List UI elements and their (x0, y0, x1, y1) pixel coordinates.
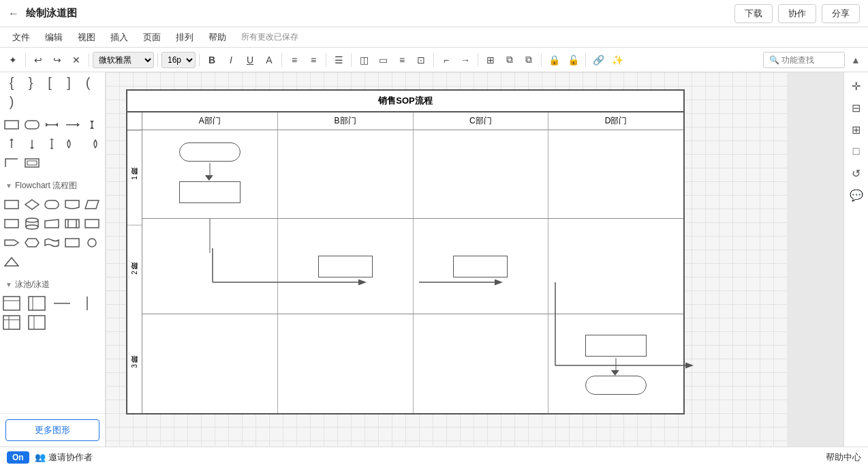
fc-arrow-shape[interactable] (3, 234, 20, 252)
swimlane-diagram[interactable]: 销售SOP流程 A部门 B部门 C部门 D部门 阶段1 阶段 (126, 89, 685, 415)
history-button[interactable]: ↺ (847, 164, 866, 183)
fc-rect4[interactable] (63, 234, 81, 252)
fc-circle[interactable] (83, 234, 101, 252)
align-right-button[interactable]: ≡ (305, 51, 322, 69)
undo-button[interactable]: ↩ (29, 51, 47, 69)
shape-arrow-down[interactable] (23, 135, 41, 153)
connector-button[interactable]: ⌐ (437, 51, 455, 69)
link-button[interactable]: 🔗 (589, 51, 607, 69)
bring-front-button[interactable]: ⧉ (501, 51, 518, 69)
help-center-button[interactable]: 帮助中心 (826, 451, 861, 464)
menu-page[interactable]: 页面 (136, 29, 168, 46)
shape-rect-outline[interactable] (23, 154, 41, 172)
on-badge[interactable]: On (7, 451, 29, 464)
cell-2b[interactable] (278, 219, 414, 314)
arrow-button[interactable]: → (456, 51, 474, 69)
shape-corner[interactable] (3, 154, 20, 172)
cell-1c[interactable] (414, 130, 549, 218)
fc-rect3[interactable] (83, 215, 101, 232)
menu-insert[interactable]: 插入 (104, 29, 135, 46)
fc-rect2[interactable] (3, 215, 20, 232)
font-size-select[interactable]: 16px 12px 14px 18px (161, 52, 196, 68)
chat-button[interactable]: 💬 (847, 185, 866, 205)
fc-triangle[interactable] (3, 253, 20, 271)
shape-arrow-up-down[interactable] (43, 135, 61, 153)
fill-color-button[interactable]: ◫ (355, 51, 373, 69)
layers-button[interactable]: ⊟ (847, 98, 866, 117)
sl-shape-grid[interactable] (3, 314, 20, 331)
cell-2a[interactable] (142, 219, 278, 314)
shape-rounded-rect[interactable] (23, 116, 41, 134)
menu-arrange[interactable]: 排列 (169, 29, 200, 46)
more-shapes-button[interactable]: 更多图形 (5, 419, 99, 441)
fc-hexagon[interactable] (23, 234, 41, 252)
shape-bracket-open[interactable]: [ (41, 74, 59, 91)
fc-decision[interactable] (23, 196, 41, 213)
swimlane-section-title[interactable]: ▼ 泳池/泳道 (0, 275, 105, 293)
sl-shape-line-h[interactable] (53, 295, 71, 312)
toolbar-collapse-button[interactable]: ▲ (848, 52, 864, 68)
canvas[interactable]: 销售SOP流程 A部门 B部门 C部门 D部门 阶段1 阶段 (106, 72, 787, 447)
cell-3d[interactable] (548, 314, 683, 413)
fc-parallelogram[interactable] (83, 196, 101, 213)
stroke-color-button[interactable]: ▭ (374, 51, 392, 69)
canvas-scroll[interactable]: 销售SOP流程 A部门 B部门 C部门 D部门 阶段1 阶段 (106, 72, 843, 447)
shape-paren-close[interactable]: ) (3, 93, 20, 110)
magic-button[interactable]: ✨ (608, 51, 626, 69)
flowchart-section-title[interactable]: ▼ Flowchart 流程图 (0, 176, 105, 194)
align-left-button[interactable]: ≡ (285, 51, 303, 69)
font-color-button[interactable]: A (260, 51, 278, 69)
sl-shape-col[interactable] (28, 314, 46, 331)
bold-button[interactable]: B (203, 51, 221, 69)
sl-shape-v[interactable] (28, 295, 46, 312)
cell-2c[interactable] (414, 219, 549, 314)
cell-1b[interactable] (278, 130, 414, 218)
style-copy-button[interactable]: ⊡ (412, 51, 430, 69)
more-style-button[interactable]: ≡ (393, 51, 411, 69)
shape-double-arrow-h[interactable] (43, 116, 61, 134)
fc-document[interactable] (63, 196, 81, 213)
menu-help[interactable]: 帮助 (202, 29, 233, 46)
menu-edit[interactable]: 编辑 (38, 29, 69, 46)
compass-button[interactable]: ✛ (847, 76, 866, 95)
italic-button[interactable]: I (222, 51, 240, 69)
shape-curly-close[interactable]: } (22, 74, 40, 91)
shape-paren-open[interactable]: ( (79, 74, 97, 91)
sl-shape-line-v[interactable] (78, 295, 96, 312)
fc-process[interactable] (3, 196, 20, 213)
font-family-select[interactable]: 微软雅黑 Arial (93, 52, 154, 68)
clear-button[interactable]: ✕ (67, 51, 85, 69)
menu-file[interactable]: 文件 (5, 29, 37, 46)
pages-button[interactable]: ⊞ (847, 120, 866, 139)
shape-end[interactable] (585, 376, 647, 395)
shape-double-arrow-v2[interactable] (83, 116, 101, 134)
shape-start[interactable] (179, 142, 241, 162)
position-button[interactable]: ⊞ (482, 51, 499, 69)
send-back-button[interactable]: ⧉ (520, 51, 538, 69)
shape-process-b[interactable] (318, 256, 373, 277)
shape-bracket-close[interactable]: ] (60, 74, 78, 91)
canvas-area[interactable]: 销售SOP流程 A部门 B部门 C部门 D部门 阶段1 阶段 (106, 72, 843, 447)
shape-arrow-up[interactable] (3, 135, 20, 153)
collaborate-button[interactable]: 协作 (778, 4, 816, 23)
invite-collaborator-button[interactable]: 👥 邀请协作者 (35, 451, 93, 464)
shape-process-1[interactable] (179, 181, 241, 203)
shape-arc-right[interactable] (83, 135, 101, 153)
shape-process-c[interactable] (453, 256, 508, 277)
function-search-input[interactable] (763, 52, 845, 68)
fc-cylinder[interactable] (23, 215, 41, 232)
list-button[interactable]: ☰ (330, 51, 347, 69)
back-button[interactable]: ← (8, 7, 19, 20)
cell-1a[interactable] (142, 130, 278, 218)
unlock-button[interactable]: 🔓 (564, 51, 582, 69)
cell-2d[interactable] (548, 219, 683, 314)
menu-view[interactable]: 视图 (71, 29, 102, 46)
shape-arc-left[interactable] (63, 135, 81, 153)
fc-terminal[interactable] (43, 196, 61, 213)
underline-button[interactable]: U (241, 51, 259, 69)
cell-3a[interactable] (142, 314, 278, 413)
redo-button[interactable]: ↪ (48, 51, 66, 69)
download-button[interactable]: 下载 (734, 4, 773, 23)
fc-manual[interactable] (43, 215, 61, 232)
fc-predefined[interactable] (63, 215, 81, 232)
